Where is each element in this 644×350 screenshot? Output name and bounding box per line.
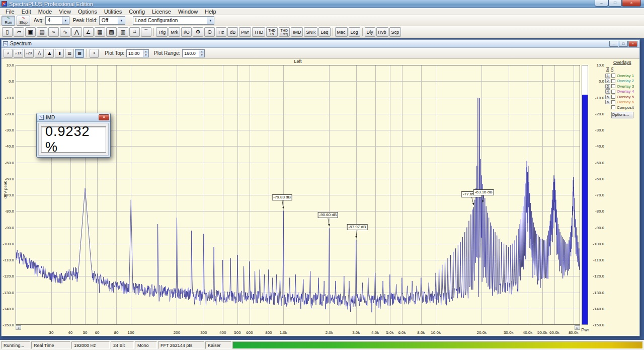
overlay-6-set-button[interactable]: 6 [605, 100, 610, 104]
overlay-1-checkbox[interactable] [611, 74, 615, 78]
x-axis-tick-label: 10.0k [431, 330, 441, 335]
spectrum-plot[interactable]: -79.83 dB-90.60 dB-97.97 dB-77.65 dB-63.… [16, 65, 580, 325]
spectrum-view-button[interactable]: ⋀ [71, 27, 82, 37]
log-button[interactable]: Log [349, 27, 360, 37]
plot-marker-label[interactable]: -63.16 dB [473, 189, 494, 195]
spinner-arrows-icon[interactable]: ▲▼ [199, 50, 204, 57]
delay-button[interactable]: Dly [365, 27, 375, 37]
spectrum-close-button[interactable]: × [628, 41, 637, 47]
pwr-button[interactable]: Pwr [239, 27, 251, 37]
bar-plot-button[interactable]: ▮ [55, 49, 64, 58]
y-axis-tick-label: -70.0 [2, 193, 14, 197]
close-button[interactable]: × [622, 0, 641, 7]
menu-help[interactable]: Help [201, 9, 220, 15]
lissajous-button[interactable]: ⊙ [204, 27, 215, 37]
scope-button[interactable]: Scp [389, 27, 401, 37]
y-axis-tick-label-right: -90.0 [591, 226, 604, 230]
imd-window[interactable]: ∿ IMD × 0.9232 % [36, 113, 111, 158]
overlay-2-checkbox[interactable] [611, 79, 615, 83]
smoothing-button[interactable]: ⌒ [141, 27, 151, 37]
hz-button[interactable]: Hz [216, 27, 226, 37]
menu-window[interactable]: Window [175, 9, 201, 15]
status-progress-bar [232, 341, 643, 349]
grid-toggle-button[interactable]: ▦ [75, 49, 84, 58]
grid-view-button[interactable]: ⌗ [129, 27, 140, 37]
overlay-4-set-button[interactable]: 4 [605, 89, 610, 94]
status-sample-rate: 192000 Hz [71, 341, 110, 349]
plot-marker-label[interactable]: -97.97 dB [347, 224, 368, 230]
overlay-1-set-button[interactable]: 1 [605, 74, 610, 78]
new-button[interactable]: ▯ [2, 27, 13, 37]
generator-button[interactable]: » [48, 27, 59, 37]
imd-value: 0.9232 % [41, 124, 106, 155]
x-axis-tick-label: 4.0k [371, 330, 379, 335]
menu-view[interactable]: View [55, 9, 74, 15]
thd-button[interactable]: THD [252, 27, 266, 37]
overlay-3-checkbox[interactable] [611, 84, 615, 88]
imd-window-title: IMD [46, 115, 55, 120]
overlay-5-set-button[interactable]: 5 [605, 95, 610, 99]
leq-button[interactable]: Leq [318, 27, 330, 37]
level-marker-button[interactable]: ⌖ [90, 49, 99, 58]
open-button[interactable]: ▱ [14, 27, 24, 37]
overlay-5-checkbox[interactable] [611, 95, 615, 99]
phase-button[interactable]: Φ [193, 27, 203, 37]
minimize-button[interactable]: – [595, 0, 608, 7]
imd-button[interactable]: IMD [291, 27, 303, 37]
run-label: Run [5, 20, 12, 25]
y-axis-tick-label: 10.0 [2, 63, 14, 67]
overlay-2-set-button[interactable]: 2 [605, 79, 610, 83]
spectrogram-view-button[interactable]: ▩ [106, 27, 117, 37]
menu-edit[interactable]: Edit [18, 9, 35, 15]
plot-top-label: Plot Top: [105, 50, 124, 56]
save-button[interactable]: ▣ [25, 27, 36, 37]
load-configuration-select[interactable]: Load Configuration ▼ [133, 16, 214, 25]
thd-freq-button[interactable]: THDFreq [279, 27, 290, 37]
print-button[interactable]: ▤ [37, 27, 47, 37]
avg-select[interactable]: 4 ▼ [45, 16, 69, 25]
scroll-left-button[interactable]: ◄ [16, 325, 21, 330]
plot-marker-label[interactable]: -79.83 dB [272, 194, 292, 200]
plot-top-spinner[interactable]: 10.00 ▲▼ [126, 49, 149, 57]
unzoom-1x-button[interactable]: ⌕1X [14, 49, 23, 58]
trigger-button[interactable]: Trig [156, 27, 168, 37]
spinner-arrows-icon[interactable]: ▲▼ [143, 50, 148, 57]
macro-button[interactable]: Mac [335, 27, 348, 37]
line-plot-button[interactable]: ⋀ [35, 49, 44, 58]
io-button[interactable]: I/O [181, 27, 192, 37]
plot-range-spinner[interactable]: 160.0 ▲▼ [182, 49, 205, 57]
overlay-6-checkbox[interactable] [611, 100, 615, 104]
octave-plot-button[interactable]: ▥ [65, 49, 74, 58]
time-series-button[interactable]: ∿ [60, 27, 70, 37]
overlay-3-set-button[interactable]: 3 [605, 84, 610, 89]
overlay-4-checkbox[interactable] [611, 90, 615, 94]
snr-button[interactable]: SNR [304, 27, 317, 37]
peak-hold-select[interactable]: Off ▼ [99, 16, 125, 25]
unzoom-2x-button[interactable]: ⌕2X [24, 49, 34, 58]
maximize-button[interactable]: □ [608, 0, 622, 7]
spectrum-maximize-button[interactable]: □ [619, 41, 628, 47]
menu-mode[interactable]: Mode [35, 9, 56, 15]
thdn-button[interactable]: THD+N [266, 27, 277, 37]
stop-button[interactable]: ∿ Stop [17, 16, 30, 26]
menu-file[interactable]: File [2, 9, 18, 15]
overlays-options-button[interactable]: Options... [611, 112, 633, 118]
db-button[interactable]: dB [227, 27, 238, 37]
waterfall-view-button[interactable]: ▥ [118, 27, 128, 37]
filled-plot-button[interactable]: ▲ [45, 49, 54, 58]
spectrum-minimize-button[interactable]: – [609, 41, 618, 47]
marker-button[interactable]: Mrk [169, 27, 180, 37]
overlay-7-checkbox[interactable] [611, 105, 615, 109]
menu-license[interactable]: License [148, 9, 175, 15]
scroll-right-button[interactable]: ► [575, 325, 580, 330]
zoom-in-button[interactable]: ⌕ [4, 49, 13, 58]
menu-utilities[interactable]: Utilities [101, 9, 125, 15]
surface-view-button[interactable]: ▦ [95, 27, 105, 37]
phase-view-button[interactable]: ∠ [83, 27, 94, 37]
imd-close-button[interactable]: × [99, 114, 109, 120]
plot-marker-label[interactable]: -90.60 dB [317, 212, 338, 218]
reverb-button[interactable]: Rvb [376, 27, 388, 37]
menu-options[interactable]: Options [74, 9, 101, 15]
run-button[interactable]: ∿ Run [2, 16, 15, 26]
menu-config[interactable]: Config [125, 9, 148, 15]
